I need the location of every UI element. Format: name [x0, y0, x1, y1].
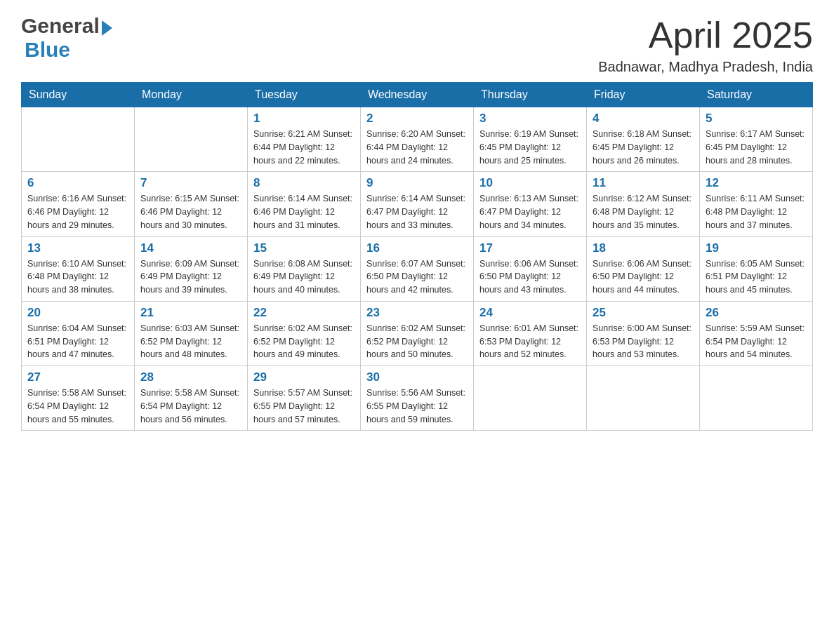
calendar-cell: 2Sunrise: 6:20 AM Sunset: 6:44 PM Daylig…	[361, 107, 474, 172]
day-number: 16	[366, 241, 468, 255]
day-info: Sunrise: 6:04 AM Sunset: 6:51 PM Dayligh…	[27, 322, 128, 361]
day-info: Sunrise: 6:17 AM Sunset: 6:45 PM Dayligh…	[706, 128, 807, 167]
day-info: Sunrise: 6:16 AM Sunset: 6:46 PM Dayligh…	[27, 192, 128, 232]
calendar-cell: 3Sunrise: 6:19 AM Sunset: 6:45 PM Daylig…	[474, 107, 587, 172]
day-number: 25	[593, 306, 694, 320]
calendar-cell: 15Sunrise: 6:08 AM Sunset: 6:49 PM Dayli…	[248, 236, 361, 301]
day-info: Sunrise: 6:20 AM Sunset: 6:44 PM Dayligh…	[366, 128, 468, 167]
calendar-cell: 24Sunrise: 6:01 AM Sunset: 6:53 PM Dayli…	[474, 301, 587, 365]
weekday-header-thursday: Thursday	[474, 83, 587, 107]
day-number: 17	[479, 241, 581, 255]
calendar-week-0: 1Sunrise: 6:21 AM Sunset: 6:44 PM Daylig…	[22, 107, 813, 172]
day-info: Sunrise: 6:10 AM Sunset: 6:48 PM Dayligh…	[27, 257, 128, 297]
day-number: 30	[366, 370, 468, 384]
day-info: Sunrise: 6:21 AM Sunset: 6:44 PM Dayligh…	[253, 128, 355, 167]
day-number: 24	[479, 306, 581, 320]
weekday-header-wednesday: Wednesday	[361, 83, 474, 107]
title-section: April 2025 Badnawar, Madhya Pradesh, Ind…	[598, 14, 813, 75]
calendar-cell: 8Sunrise: 6:14 AM Sunset: 6:46 PM Daylig…	[248, 172, 361, 236]
calendar-cell	[135, 107, 248, 172]
calendar-table: SundayMondayTuesdayWednesdayThursdayFrid…	[21, 82, 813, 431]
day-number: 2	[366, 112, 468, 126]
day-info: Sunrise: 6:03 AM Sunset: 6:52 PM Dayligh…	[140, 322, 241, 361]
calendar-cell: 11Sunrise: 6:12 AM Sunset: 6:48 PM Dayli…	[587, 172, 700, 236]
day-info: Sunrise: 6:07 AM Sunset: 6:50 PM Dayligh…	[366, 257, 468, 297]
day-info: Sunrise: 6:14 AM Sunset: 6:47 PM Dayligh…	[366, 192, 468, 232]
calendar-cell	[700, 366, 813, 431]
day-number: 14	[140, 241, 241, 255]
calendar-cell: 17Sunrise: 6:06 AM Sunset: 6:50 PM Dayli…	[474, 236, 587, 301]
day-info: Sunrise: 6:09 AM Sunset: 6:49 PM Dayligh…	[140, 257, 241, 297]
day-number: 13	[27, 241, 128, 255]
calendar-cell: 10Sunrise: 6:13 AM Sunset: 6:47 PM Dayli…	[474, 172, 587, 236]
day-number: 8	[253, 176, 355, 190]
day-info: Sunrise: 5:57 AM Sunset: 6:55 PM Dayligh…	[253, 387, 355, 426]
day-info: Sunrise: 6:12 AM Sunset: 6:48 PM Dayligh…	[593, 192, 694, 232]
calendar-cell: 1Sunrise: 6:21 AM Sunset: 6:44 PM Daylig…	[248, 107, 361, 172]
logo-blue-text: Blue	[25, 38, 70, 62]
calendar-cell: 12Sunrise: 6:11 AM Sunset: 6:48 PM Dayli…	[700, 172, 813, 236]
day-info: Sunrise: 6:11 AM Sunset: 6:48 PM Dayligh…	[706, 192, 807, 232]
day-number: 9	[366, 176, 468, 190]
calendar-week-3: 20Sunrise: 6:04 AM Sunset: 6:51 PM Dayli…	[22, 301, 813, 365]
day-number: 21	[140, 306, 241, 320]
calendar-header: SundayMondayTuesdayWednesdayThursdayFrid…	[22, 83, 813, 107]
day-number: 15	[253, 241, 355, 255]
day-info: Sunrise: 6:00 AM Sunset: 6:53 PM Dayligh…	[593, 322, 694, 361]
day-info: Sunrise: 6:18 AM Sunset: 6:45 PM Dayligh…	[593, 128, 694, 167]
calendar-cell: 14Sunrise: 6:09 AM Sunset: 6:49 PM Dayli…	[135, 236, 248, 301]
day-number: 19	[706, 241, 807, 255]
calendar-cell: 9Sunrise: 6:14 AM Sunset: 6:47 PM Daylig…	[361, 172, 474, 236]
calendar-cell: 19Sunrise: 6:05 AM Sunset: 6:51 PM Dayli…	[700, 236, 813, 301]
calendar-cell	[474, 366, 587, 431]
day-number: 27	[27, 370, 128, 384]
calendar-cell: 30Sunrise: 5:56 AM Sunset: 6:55 PM Dayli…	[361, 366, 474, 431]
calendar-cell: 28Sunrise: 5:58 AM Sunset: 6:54 PM Dayli…	[135, 366, 248, 431]
day-number: 5	[706, 112, 807, 126]
calendar-week-4: 27Sunrise: 5:58 AM Sunset: 6:54 PM Dayli…	[22, 366, 813, 431]
day-info: Sunrise: 5:58 AM Sunset: 6:54 PM Dayligh…	[27, 387, 128, 426]
calendar-cell: 7Sunrise: 6:15 AM Sunset: 6:46 PM Daylig…	[135, 172, 248, 236]
day-info: Sunrise: 6:08 AM Sunset: 6:49 PM Dayligh…	[253, 257, 355, 297]
day-number: 22	[253, 306, 355, 320]
location-subtitle: Badnawar, Madhya Pradesh, India	[598, 59, 813, 75]
day-info: Sunrise: 6:19 AM Sunset: 6:45 PM Dayligh…	[479, 128, 581, 167]
calendar-cell: 20Sunrise: 6:04 AM Sunset: 6:51 PM Dayli…	[22, 301, 135, 365]
calendar-cell: 13Sunrise: 6:10 AM Sunset: 6:48 PM Dayli…	[22, 236, 135, 301]
day-info: Sunrise: 6:02 AM Sunset: 6:52 PM Dayligh…	[366, 322, 468, 361]
calendar-cell: 27Sunrise: 5:58 AM Sunset: 6:54 PM Dayli…	[22, 366, 135, 431]
calendar-cell	[587, 366, 700, 431]
day-info: Sunrise: 5:56 AM Sunset: 6:55 PM Dayligh…	[366, 387, 468, 426]
calendar-cell: 6Sunrise: 6:16 AM Sunset: 6:46 PM Daylig…	[22, 172, 135, 236]
month-title: April 2025	[598, 14, 813, 56]
weekday-header-saturday: Saturday	[700, 83, 813, 107]
day-info: Sunrise: 6:05 AM Sunset: 6:51 PM Dayligh…	[706, 257, 807, 297]
day-info: Sunrise: 6:06 AM Sunset: 6:50 PM Dayligh…	[479, 257, 581, 297]
calendar-cell: 4Sunrise: 6:18 AM Sunset: 6:45 PM Daylig…	[587, 107, 700, 172]
day-number: 12	[706, 176, 807, 190]
day-number: 20	[27, 306, 128, 320]
weekday-header-friday: Friday	[587, 83, 700, 107]
day-info: Sunrise: 5:58 AM Sunset: 6:54 PM Dayligh…	[140, 387, 241, 426]
calendar-cell: 23Sunrise: 6:02 AM Sunset: 6:52 PM Dayli…	[361, 301, 474, 365]
logo-arrow-icon	[102, 20, 112, 36]
day-number: 18	[593, 241, 694, 255]
day-info: Sunrise: 6:15 AM Sunset: 6:46 PM Dayligh…	[140, 192, 241, 232]
day-number: 4	[593, 112, 694, 126]
calendar-cell	[22, 107, 135, 172]
calendar-week-2: 13Sunrise: 6:10 AM Sunset: 6:48 PM Dayli…	[22, 236, 813, 301]
logo: General Blue	[21, 14, 114, 62]
calendar-cell: 16Sunrise: 6:07 AM Sunset: 6:50 PM Dayli…	[361, 236, 474, 301]
weekday-header-sunday: Sunday	[22, 83, 135, 107]
calendar-cell: 25Sunrise: 6:00 AM Sunset: 6:53 PM Dayli…	[587, 301, 700, 365]
day-number: 3	[479, 112, 581, 126]
day-info: Sunrise: 5:59 AM Sunset: 6:54 PM Dayligh…	[706, 322, 807, 361]
calendar-cell: 18Sunrise: 6:06 AM Sunset: 6:50 PM Dayli…	[587, 236, 700, 301]
day-info: Sunrise: 6:13 AM Sunset: 6:47 PM Dayligh…	[479, 192, 581, 232]
logo-general-text: General	[21, 14, 100, 38]
calendar-cell: 21Sunrise: 6:03 AM Sunset: 6:52 PM Dayli…	[135, 301, 248, 365]
calendar-cell: 5Sunrise: 6:17 AM Sunset: 6:45 PM Daylig…	[700, 107, 813, 172]
day-number: 23	[366, 306, 468, 320]
day-info: Sunrise: 6:01 AM Sunset: 6:53 PM Dayligh…	[479, 322, 581, 361]
calendar-cell: 22Sunrise: 6:02 AM Sunset: 6:52 PM Dayli…	[248, 301, 361, 365]
